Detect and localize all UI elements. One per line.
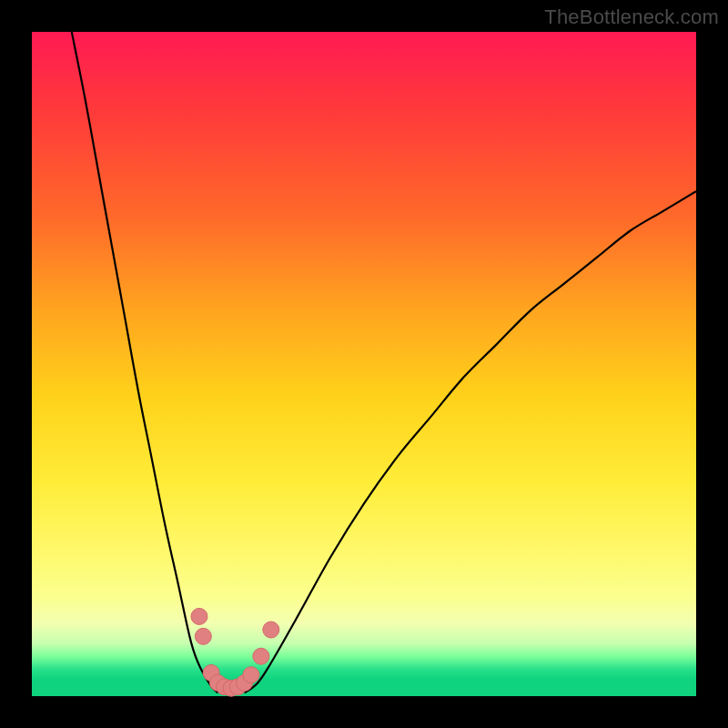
watermark-text: TheBottleneck.com xyxy=(544,5,719,29)
bottleneck-curve xyxy=(32,32,696,696)
curve-right-branch xyxy=(245,191,696,693)
chart-frame: TheBottleneck.com xyxy=(0,0,728,728)
curve-markers xyxy=(191,608,279,696)
curve-marker xyxy=(243,667,259,683)
curve-marker xyxy=(263,622,279,638)
curve-marker xyxy=(253,648,269,664)
curve-left-branch xyxy=(72,32,218,693)
curve-marker xyxy=(191,608,207,624)
plot-area xyxy=(32,32,696,696)
curve-marker xyxy=(195,628,211,644)
